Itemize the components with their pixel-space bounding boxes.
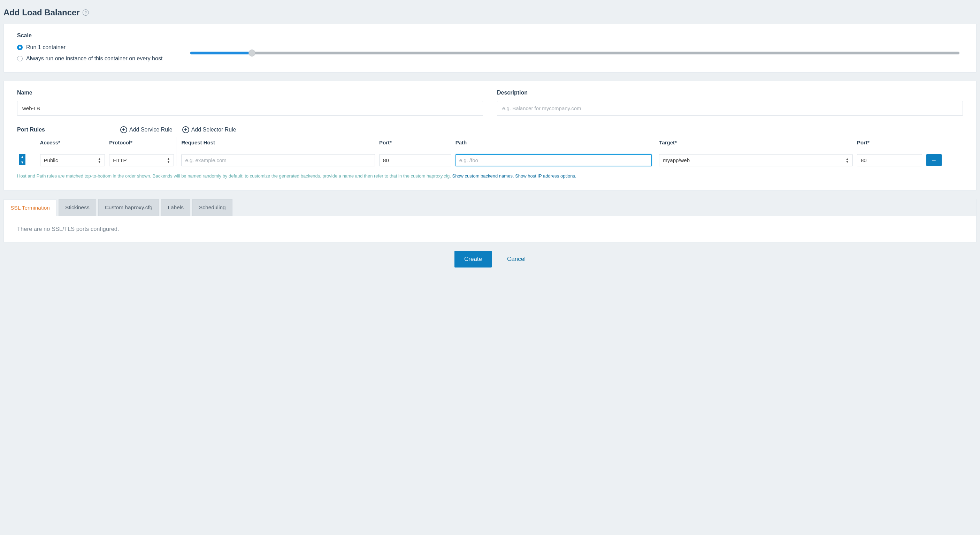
port-rules-table: Access* Protocol* Request Host Port* Pat… xyxy=(17,137,963,166)
protocol-value: HTTP xyxy=(113,157,127,163)
col-access: Access* xyxy=(38,137,107,149)
ssl-empty-message: There are no SSL/TLS ports configured. xyxy=(4,216,976,242)
select-arrows-icon: ▲▼ xyxy=(845,158,849,163)
remove-rule-button[interactable]: − xyxy=(926,154,942,166)
path-input[interactable] xyxy=(455,154,652,166)
select-arrows-icon: ▲▼ xyxy=(167,158,170,163)
access-value: Public xyxy=(44,157,58,163)
slider-fill xyxy=(190,52,252,54)
add-service-rule-button[interactable]: + Add Service Rule xyxy=(120,126,172,133)
col-protocol: Protocol* xyxy=(107,137,177,149)
protocol-select[interactable]: HTTP ▲▼ xyxy=(109,154,174,166)
target-value: myapp/web xyxy=(663,157,690,163)
access-select[interactable]: Public ▲▼ xyxy=(40,154,105,166)
tab-labels[interactable]: Labels xyxy=(161,199,190,216)
port-rule-row: ▲ ▼ Public ▲▼ HTTP ▲▼ xyxy=(17,149,963,167)
col-port-a: Port* xyxy=(377,137,453,149)
add-selector-rule-label: Add Selector Rule xyxy=(191,126,236,133)
scale-slider[interactable] xyxy=(190,52,959,54)
create-button[interactable]: Create xyxy=(455,251,492,267)
main-card: Name Description Port Rules + Add Servic… xyxy=(3,81,977,190)
radio-icon xyxy=(17,45,23,50)
slider-thumb[interactable] xyxy=(248,50,255,56)
target-select[interactable]: myapp/web ▲▼ xyxy=(659,154,853,166)
cancel-button[interactable]: Cancel xyxy=(507,256,525,263)
description-label: Description xyxy=(497,89,963,96)
tab-bar: SSL Termination Stickiness Custom haprox… xyxy=(4,199,976,216)
add-service-rule-label: Add Service Rule xyxy=(129,126,172,133)
help-icon[interactable]: ? xyxy=(83,10,89,16)
col-path: Path xyxy=(453,137,654,149)
description-input[interactable] xyxy=(497,101,963,116)
tab-stickiness[interactable]: Stickiness xyxy=(59,199,96,216)
radio-run-n-label: Run 1 container xyxy=(26,44,65,51)
tab-ssl-termination[interactable]: SSL Termination xyxy=(4,200,56,216)
tab-custom-haproxy[interactable]: Custom haproxy.cfg xyxy=(98,199,159,216)
select-arrows-icon: ▲▼ xyxy=(98,158,101,163)
plus-icon: + xyxy=(120,126,127,133)
footer-actions: Create Cancel xyxy=(3,243,977,270)
port-rules-hint: Host and Path rules are matched top-to-b… xyxy=(17,172,963,180)
tabs-card: SSL Termination Stickiness Custom haprox… xyxy=(3,199,977,243)
chevron-up-icon: ▲ xyxy=(19,154,25,160)
radio-icon xyxy=(17,56,23,61)
radio-every-host-label: Always run one instance of this containe… xyxy=(26,56,162,62)
name-label: Name xyxy=(17,89,483,96)
radio-every-host[interactable]: Always run one instance of this containe… xyxy=(17,56,162,62)
radio-run-n[interactable]: Run 1 container xyxy=(17,44,162,51)
page-title: Add Load Balancer xyxy=(3,8,80,18)
request-host-input[interactable] xyxy=(181,154,375,166)
add-selector-rule-button[interactable]: + Add Selector Rule xyxy=(182,126,236,133)
scale-heading: Scale xyxy=(17,32,963,39)
target-port-input[interactable] xyxy=(857,154,922,166)
col-request-host: Request Host xyxy=(177,137,377,149)
show-host-ip-link[interactable]: Show host IP address options. xyxy=(515,173,576,179)
col-target: Target* xyxy=(654,137,855,149)
source-port-input[interactable] xyxy=(379,154,451,166)
name-input[interactable] xyxy=(17,101,483,116)
plus-icon: + xyxy=(182,126,189,133)
minus-icon: − xyxy=(932,156,936,164)
tab-scheduling[interactable]: Scheduling xyxy=(192,199,232,216)
port-rules-heading: Port Rules xyxy=(17,126,45,133)
hint-text: Host and Path rules are matched top-to-b… xyxy=(17,173,452,179)
chevron-down-icon: ▼ xyxy=(19,160,25,165)
scale-card: Scale Run 1 container Always run one ins… xyxy=(3,24,977,73)
reorder-handle[interactable]: ▲ ▼ xyxy=(19,154,25,165)
show-backend-names-link[interactable]: Show custom backend names. xyxy=(452,173,514,179)
col-port-b: Port* xyxy=(855,137,924,149)
